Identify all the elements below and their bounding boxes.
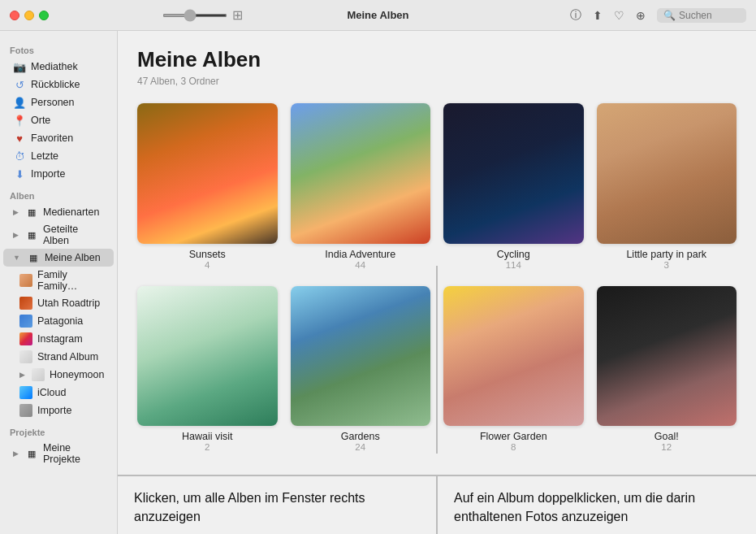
album-count-india: 44	[291, 260, 431, 270]
meine-alben-icon: ▦	[27, 251, 40, 264]
album-count-gardens: 24	[291, 442, 431, 452]
sidebar-item-family-family[interactable]: Family Family…	[3, 267, 114, 294]
utah-roadtrip-label: Utah Roadtrip	[37, 297, 100, 309]
add-icon[interactable]: ⊕	[636, 9, 646, 22]
sidebar-item-meine-alben[interactable]: ▼ ▦ Meine Alben	[3, 249, 114, 267]
geteilte-alben-icon: ▦	[25, 228, 38, 241]
importe-fotos-icon: ⬇	[13, 167, 26, 180]
instagram-thumbnail	[19, 332, 32, 345]
rueckblicke-icon: ↺	[13, 78, 26, 91]
heart-icon[interactable]: ♡	[614, 9, 624, 22]
album-title-cycling: Cycling	[443, 249, 584, 260]
search-box[interactable]: 🔍	[657, 8, 746, 23]
sidebar-item-geteilte-alben[interactable]: ▶ ▦ Geteilte Alben	[3, 221, 114, 249]
sidebar-item-importe[interactable]: ⬇ Importe	[3, 165, 114, 183]
album-title-india: India Adventure	[291, 249, 431, 260]
sidebar-item-importe-sub[interactable]: Importe	[3, 402, 114, 419]
album-item-goal[interactable]: Goal! 12	[597, 286, 737, 453]
meine-projekte-label: Meine Projekte	[43, 442, 104, 465]
page-subtitle: 47 Alben, 3 Ordner	[137, 76, 737, 87]
rueckblicke-label: Rückblicke	[31, 79, 80, 90]
sidebar-item-personen[interactable]: 👤 Personen	[3, 93, 114, 111]
size-slider[interactable]	[162, 14, 227, 17]
sidebar-item-utah-roadtrip[interactable]: Utah Roadtrip	[3, 294, 114, 312]
sidebar-item-instagram[interactable]: Instagram	[3, 330, 114, 348]
icloud-label: iCloud	[37, 387, 66, 398]
personen-icon: 👤	[13, 96, 26, 109]
album-thumb-sunsets	[137, 103, 278, 244]
share-icon[interactable]: ⬆	[593, 9, 603, 22]
minimize-button[interactable]	[24, 11, 34, 20]
album-title-sunsets: Sunsets	[137, 249, 278, 260]
favoriten-label: Favoriten	[31, 132, 73, 144]
family-thumbnail	[19, 274, 32, 287]
projekte-icon: ▦	[25, 447, 38, 460]
album-item-hawaii[interactable]: Hawaii visit 2	[137, 286, 278, 453]
app-body: Fotos 📷 Mediathek ↺ Rückblicke 👤 Persone…	[0, 31, 756, 534]
titlebar: ⊞ Meine Alben ⓘ ⬆ ♡ ⊕ 🔍	[0, 0, 756, 31]
album-thumb-goal	[597, 286, 737, 427]
album-count-goal: 12	[597, 442, 737, 452]
medienarten-label: Medienarten	[43, 206, 100, 218]
grid-icon: ⊞	[232, 7, 243, 23]
sidebar-item-letzte[interactable]: ⏱ Letzte	[3, 147, 114, 165]
patagonia-thumbnail	[19, 315, 32, 328]
album-thumb-india	[291, 103, 431, 244]
maximize-button[interactable]	[39, 11, 49, 20]
album-item-sunsets[interactable]: Sunsets 4	[137, 103, 278, 270]
album-thumb-flower	[443, 286, 584, 427]
alben-section-label: Alben	[0, 183, 117, 203]
sidebar-item-strand-album[interactable]: Strand Album	[3, 348, 114, 366]
mediathek-icon: 📷	[13, 60, 26, 73]
album-item-cycling[interactable]: Cycling 114	[443, 103, 584, 270]
album-count-sunsets: 4	[137, 260, 278, 270]
chevron-projekte-icon: ▶	[13, 449, 19, 458]
sidebar-item-icloud[interactable]: iCloud	[3, 384, 114, 402]
geteilte-alben-label: Geteilte Alben	[43, 224, 104, 246]
chevron-right-icon2: ▶	[13, 231, 19, 239]
favoriten-icon: ♥	[13, 132, 26, 145]
sidebar-item-honeymoon[interactable]: ▶ Honeymoon	[3, 366, 114, 384]
album-item-gardens[interactable]: Gardens 24	[291, 286, 431, 453]
sidebar-item-meine-projekte[interactable]: ▶ ▦ Meine Projekte	[3, 440, 114, 467]
strand-thumbnail	[19, 350, 32, 363]
meine-alben-label: Meine Alben	[45, 252, 101, 263]
album-thumb-party	[597, 103, 737, 244]
importe-fotos-label: Importe	[31, 168, 65, 180]
vertical-divider	[436, 266, 438, 454]
projekte-section-label: Projekte	[0, 419, 117, 440]
sidebar-item-mediathek[interactable]: 📷 Mediathek	[3, 58, 114, 76]
album-item-party[interactable]: Little party in park 3	[597, 103, 737, 270]
album-thumb-gardens	[291, 286, 431, 427]
sidebar-item-favoriten[interactable]: ♥ Favoriten	[3, 129, 114, 147]
icloud-thumbnail	[19, 386, 32, 399]
album-title-hawaii: Hawaii visit	[137, 431, 278, 442]
chevron-honeymoon-icon: ▶	[19, 371, 25, 379]
album-count-party: 3	[597, 260, 737, 270]
fotos-section-label: Fotos	[0, 37, 117, 58]
slider-area: ⊞	[162, 7, 243, 23]
sidebar-item-rueckblicke[interactable]: ↺ Rückblicke	[3, 76, 114, 93]
orte-label: Orte	[31, 115, 50, 126]
letzte-label: Letzte	[31, 150, 58, 162]
sidebar-item-orte[interactable]: 📍 Orte	[3, 111, 114, 129]
sidebar-item-medienarten[interactable]: ▶ ▦ Medienarten	[3, 203, 114, 221]
chevron-down-icon: ▼	[13, 254, 20, 262]
album-item-india[interactable]: India Adventure 44	[291, 103, 431, 270]
importe-sub-label: Importe	[37, 405, 71, 416]
album-title-gardens: Gardens	[291, 431, 431, 442]
sidebar-item-patagonia[interactable]: Patagonia	[3, 312, 114, 330]
orte-icon: 📍	[13, 114, 26, 127]
search-input[interactable]	[679, 10, 744, 21]
album-count-cycling: 114	[443, 260, 584, 270]
album-item-flower[interactable]: Flower Garden 8	[443, 286, 584, 453]
info-icon[interactable]: ⓘ	[570, 8, 581, 23]
close-button[interactable]	[10, 11, 19, 20]
personen-label: Personen	[31, 97, 75, 108]
annotation-area: Klicken, um alle Alben im Fenster rechts…	[118, 475, 756, 534]
titlebar-actions: ⓘ ⬆ ♡ ⊕ 🔍	[570, 8, 746, 23]
album-title-flower: Flower Garden	[443, 431, 584, 442]
album-title-goal: Goal!	[597, 431, 737, 442]
honeymoon-thumbnail	[32, 368, 45, 381]
main-content: Meine Alben 47 Alben, 3 Ordner Sunsets 4	[118, 31, 756, 475]
